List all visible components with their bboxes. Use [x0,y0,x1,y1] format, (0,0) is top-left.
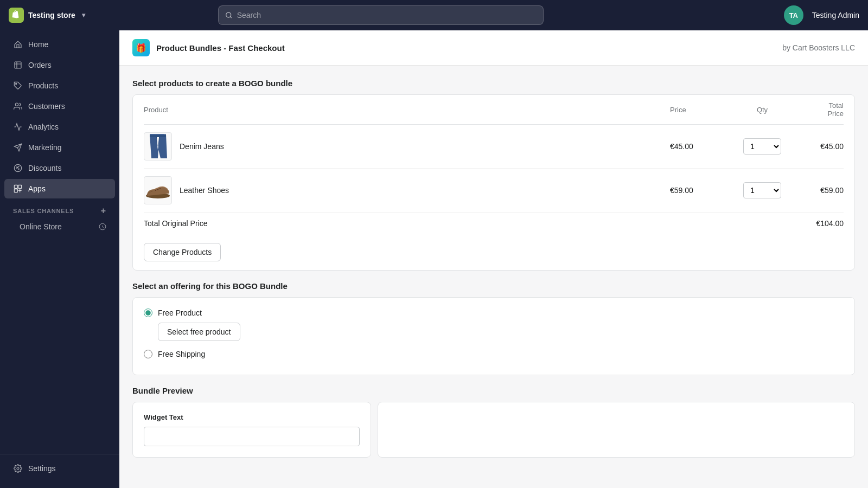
qty-cell-2[interactable]: 1 2 3 [735,182,789,198]
total-original-row: Total Original Price €104.00 [144,213,844,234]
store-logo[interactable]: Testing store ▾ [9,8,85,23]
bundle-preview-title: Bundle Preview [132,386,855,395]
bundle-preview-grid: Widget Text [132,402,855,458]
card-footer: Change Products [133,234,854,270]
free-product-label: Free Product [158,309,202,317]
sidebar-settings-label: Settings [28,464,56,473]
total-original-label: Total Original Price [144,219,789,228]
app-header-bar: 🎁 Product Bundles - Fast Checkout by Car… [119,30,868,66]
products-icon [13,81,23,91]
offering-section-title: Select an offering for this BOGO Bundle [132,281,855,291]
home-icon [13,40,23,49]
customers-icon [13,101,23,111]
sidebar-item-online-store[interactable]: Online Store [4,218,115,235]
sidebar-item-settings[interactable]: Settings [4,459,115,478]
table-row: Denim Jeans €45.00 1 2 3 €45.00 [144,125,844,169]
total-original-amount: €104.00 [789,219,844,228]
sidebar-item-home[interactable]: Home [4,35,115,54]
store-name: Testing store [28,11,75,20]
svg-rect-8 [14,185,17,188]
total-cell-1: €45.00 [789,142,844,151]
avatar: TA [784,5,803,25]
product-name-2: Leather Shoes [180,186,229,195]
sidebar-item-discounts-label: Discounts [28,164,61,172]
sidebar-item-discounts[interactable]: Discounts [4,158,115,178]
change-products-button[interactable]: Change Products [144,243,221,261]
qty-select-2[interactable]: 1 2 3 [743,182,781,198]
svg-rect-13 [150,134,166,137]
sidebar-item-marketing-label: Marketing [28,143,61,152]
analytics-icon [13,122,23,132]
sidebar-item-products-label: Products [28,81,58,90]
sidebar-item-analytics-label: Analytics [28,123,59,131]
sidebar-item-marketing[interactable]: Marketing [4,138,115,157]
svg-point-0 [226,12,231,17]
qty-select-1[interactable]: 1 2 3 [743,138,781,155]
product-image-1 [144,132,172,160]
svg-point-5 [14,164,21,171]
store-chevron-icon: ▾ [82,11,85,19]
col-total-header: TotalPrice [789,101,844,118]
sidebar-item-apps[interactable]: Apps [4,179,115,198]
svg-rect-10 [14,189,17,192]
svg-point-15 [155,190,156,191]
svg-point-6 [17,167,17,168]
main-content: 🎁 Product Bundles - Fast Checkout by Car… [119,30,868,488]
discounts-icon [13,163,23,173]
sidebar-item-analytics[interactable]: Analytics [4,117,115,137]
svg-point-7 [18,169,19,169]
settings-icon [13,464,23,473]
col-price-header: Price [670,106,735,114]
bogo-section-title: Select products to create a BOGO bundle [132,79,855,88]
orders-icon [13,60,23,70]
sales-channels-header: SALES CHANNELS + [4,200,115,218]
product-cell-2: Leather Shoes [144,176,670,204]
sidebar-item-orders[interactable]: Orders [4,55,115,75]
sidebar-item-orders-label: Orders [28,61,52,69]
radio-free-shipping[interactable] [144,350,152,358]
price-cell-2: €59.00 [670,186,735,195]
sales-channels-label: SALES CHANNELS [13,208,74,214]
price-cell-1: €45.00 [670,142,735,151]
product-name-1: Denim Jeans [180,142,224,151]
add-sales-channel-icon[interactable]: + [101,206,106,216]
qty-cell-1[interactable]: 1 2 3 [735,138,789,155]
product-cell-1: Denim Jeans [144,132,670,160]
online-store-label: Online Store [20,222,62,231]
table-header: Product Price Qty TotalPrice [144,95,844,125]
widget-text-input[interactable] [144,427,360,446]
widget-text-card: Widget Text [132,402,371,458]
preview-widget-card [378,402,855,458]
product-table: Product Price Qty TotalPrice [133,95,854,234]
widget-text-label: Widget Text [144,413,360,421]
user-name: Testing Admin [812,11,859,20]
sidebar-item-apps-label: Apps [28,184,46,193]
bogo-card: Product Price Qty TotalPrice [132,94,855,271]
offering-options: Free Product Select free product Free Sh… [133,298,854,375]
table-row: Leather Shoes €59.00 1 2 3 €59.00 [144,169,844,213]
total-cell-2: €59.00 [789,186,844,195]
sidebar: Home Orders Products Customers [0,30,119,488]
svg-rect-9 [18,185,22,188]
sidebar-item-customers[interactable]: Customers [4,97,115,116]
offering-card: Free Product Select free product Free Sh… [132,297,855,375]
radio-option-free-product[interactable]: Free Product [144,309,844,317]
app-icon: 🎁 [132,39,150,56]
svg-point-12 [17,467,19,470]
select-free-product-button[interactable]: Select free product [158,323,240,341]
radio-free-product[interactable] [144,309,152,317]
sidebar-item-products[interactable]: Products [4,76,115,95]
col-total-price-header: TotalPrice [827,101,844,118]
radio-option-free-shipping[interactable]: Free Shipping [144,350,844,358]
col-product-header: Product [144,106,670,114]
shopify-icon [9,8,24,23]
free-shipping-label: Free Shipping [158,350,205,358]
marketing-icon [13,143,23,152]
apps-icon [13,184,23,194]
sidebar-item-customers-label: Customers [28,102,65,111]
svg-point-17 [159,188,161,189]
product-image-2 [144,176,172,204]
svg-point-3 [15,103,18,106]
search-bar[interactable] [218,5,544,25]
search-input[interactable] [237,11,537,20]
